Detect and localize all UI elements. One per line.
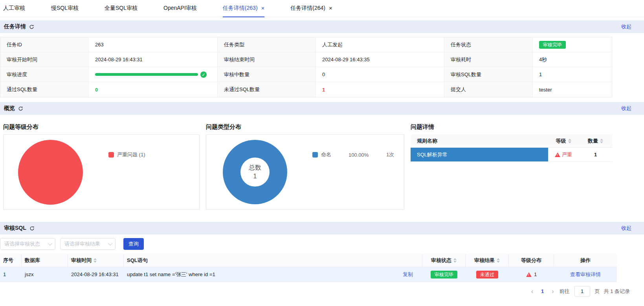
row-result-cell: 未通过 [466,267,509,282]
field-progress-label: 审核进度 [0,67,89,82]
section-title: 审核SQL [4,225,26,232]
select-placeholder: 请选择审核状态 [4,240,40,247]
tab-task-detail-263[interactable]: 任务详情(263) × [223,0,264,17]
field-auditing-count-value: 0 [316,67,444,82]
tab-label: OpenAPI审核 [163,5,197,12]
col-header-count[interactable]: 数量 [579,134,612,148]
task-detail-table: 任务ID 263 任务类型 人工发起 任务状态 审核完毕 审核开始时间 2024… [0,37,612,97]
row-status-cell: 审核完毕 [422,267,466,282]
field-task-status-value: 审核完毕 [533,37,612,52]
problem-type-chart-card: 问题类型分布 总数 1 命名 100.00% 1次 [206,119,404,210]
field-duration-value: 4秒 [533,52,612,67]
field-passed-count-label: 通过SQL数量 [0,82,89,97]
field-end-time-value: 2024-08-29 16:43:35 [316,52,444,67]
col-header-no: 序号 [0,254,22,267]
check-circle-icon: ✓ [200,71,207,78]
field-task-status-label: 任务状态 [444,37,533,52]
view-audit-detail-link[interactable]: 查看审核详情 [570,271,601,278]
legend-label: 命名 [321,151,345,158]
field-failed-count-value: 1 [316,82,444,97]
collapse-link[interactable]: 收起 [621,23,631,30]
field-task-type-label: 任务类型 [218,37,316,52]
next-page-button[interactable]: › [550,288,555,295]
sort-carets-icon [497,258,500,263]
donut-center: 总数 1 [240,158,270,187]
warning-triangle-icon [555,152,560,157]
col-header-level[interactable]: 等级 [548,134,579,148]
page-number-1[interactable]: 1 [539,288,546,294]
col-header-audit-time[interactable]: 审核时间 [68,254,124,267]
field-sql-count-value: 1 [533,67,612,82]
copy-link[interactable]: 复制 [403,271,413,278]
page-unit-label: 页 [595,288,600,295]
col-header-rule-name: 规则名称 [411,134,548,148]
row-action-cell: 查看审核详情 [554,267,617,282]
status-badge: 审核完毕 [431,271,457,279]
close-icon[interactable]: × [329,5,332,11]
tab-task-detail-264[interactable]: 任务详情(264) × [290,0,332,17]
table-header-row: 规则名称 等级 数量 [411,134,612,148]
field-submitter-value: tester [533,82,612,97]
tab-slow-sql-audit[interactable]: 慢SQL审核 [51,0,79,17]
col-header-audit-status[interactable]: 审核状态 [422,254,466,267]
col-header-audit-result[interactable]: 审核结果 [466,254,509,267]
section-header-task-detail: 任务详情 收起 [0,20,644,33]
tab-openapi-audit[interactable]: OpenAPI审核 [163,0,197,17]
total-records-label: 共 1 条记录 [604,288,630,295]
legend-item-critical[interactable]: 严重问题 (1) [108,151,145,158]
field-submitter-label: 提交人 [444,82,533,97]
audit-status-select[interactable]: 请选择审核状态 [0,238,55,250]
prev-page-button[interactable]: ‹ [530,288,535,295]
pagination: ‹ 1 › 前往 页 共 1 条记录 [0,286,630,297]
legend-item-naming[interactable]: 命名 100.00% 1次 [312,151,394,158]
col-header-action: 操作 [554,254,617,267]
tab-label: 全量SQL审核 [105,5,138,12]
overview-charts-row: 问题等级分布 严重问题 (1) 问题类型分布 总数 1 命名 100.00% 1… [3,119,612,210]
close-icon[interactable]: × [261,5,265,11]
chart-title: 问题等级分布 [3,123,200,131]
tab-label: 任务详情(263) [223,5,258,12]
refresh-icon[interactable] [29,226,35,231]
tab-bar: 人工审核 慢SQL审核 全量SQL审核 OpenAPI审核 任务详情(263) … [0,0,644,17]
table-row[interactable]: 1 jszx 2024-08-29 16:43:31 update t1 set… [0,267,617,282]
col-header-label: 审核结果 [474,257,495,264]
legend-count: 1次 [386,151,394,158]
section-header-audit-sql: 审核SQL 收起 [0,222,644,235]
refresh-icon[interactable] [29,24,34,29]
passed-count: 0 [95,87,98,93]
progress-bar-fill [95,73,198,76]
col-header-db: 数据库 [22,254,68,267]
status-badge: 审核完毕 [539,41,566,49]
field-duration-label: 审核耗时 [444,52,533,67]
field-sql-count-label: 审核SQL数量 [444,67,533,82]
table-header-row: 序号 数据库 审核时间 SQL语句 审核状态 审核结果 等级分布 操作 [0,254,617,267]
result-badge: 未通过 [476,271,498,279]
failed-count: 1 [322,87,325,93]
sort-carets-icon [568,139,571,143]
chevron-down-icon [108,241,112,246]
audit-result-select[interactable]: 请选择审核结果 [60,238,116,250]
table-row[interactable]: SQL解析异常 严重 1 [411,148,612,162]
sort-carets-icon [453,258,457,263]
section-header-overview: 概览 收起 [0,102,644,115]
field-failed-count-label: 未通过SQL数量 [218,82,316,97]
field-end-time-label: 审核结束时间 [218,52,316,67]
tab-label: 人工审核 [3,5,25,12]
tab-manual-audit[interactable]: 人工审核 [3,0,25,17]
section-title: 概览 [4,105,15,112]
problem-level-chart-card: 问题等级分布 严重问题 (1) [3,119,200,210]
donut-ring: 总数 1 [223,140,287,204]
problem-level-pie-chart: 严重问题 (1) [3,134,200,210]
collapse-link[interactable]: 收起 [621,225,631,232]
query-button[interactable]: 查询 [123,238,144,250]
sort-carets-icon [94,258,97,263]
chart-title: 问题详情 [411,123,612,131]
refresh-icon[interactable] [18,106,23,111]
collapse-link[interactable]: 收起 [621,105,631,112]
goto-page-input[interactable] [574,286,590,297]
field-task-type-value: 人工发起 [316,37,444,52]
tab-full-sql-audit[interactable]: 全量SQL审核 [105,0,138,17]
level-count: 1 [534,271,537,277]
row-level-dist-cell: 1 [509,267,554,282]
rule-name-cell[interactable]: SQL解析异常 [411,148,548,162]
